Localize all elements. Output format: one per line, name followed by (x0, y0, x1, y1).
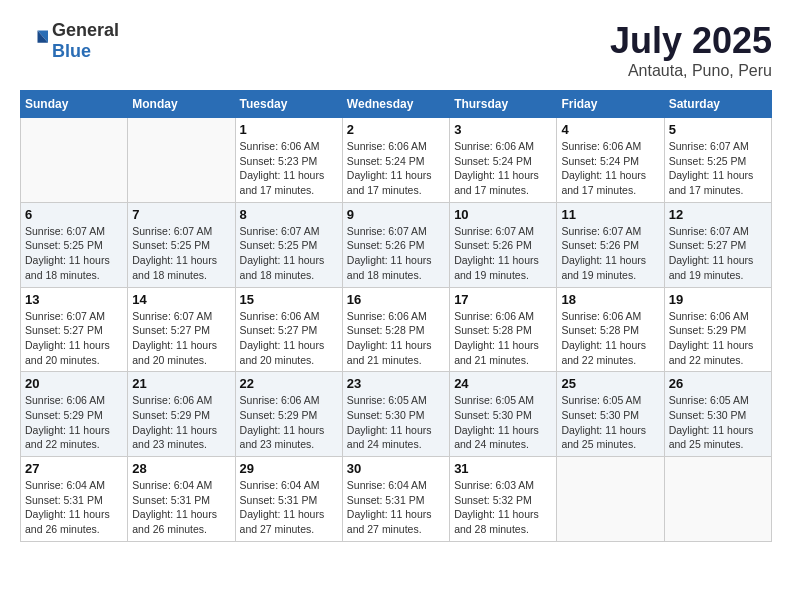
day-number: 6 (25, 207, 123, 222)
day-info: Sunrise: 6:06 AMSunset: 5:28 PMDaylight:… (347, 309, 445, 368)
day-info: Sunrise: 6:05 AMSunset: 5:30 PMDaylight:… (669, 393, 767, 452)
day-info: Sunrise: 6:07 AMSunset: 5:26 PMDaylight:… (561, 224, 659, 283)
day-info: Sunrise: 6:06 AMSunset: 5:29 PMDaylight:… (240, 393, 338, 452)
day-number: 21 (132, 376, 230, 391)
day-info: Sunrise: 6:06 AMSunset: 5:24 PMDaylight:… (347, 139, 445, 198)
day-number: 1 (240, 122, 338, 137)
day-number: 8 (240, 207, 338, 222)
calendar-day-cell: 22Sunrise: 6:06 AMSunset: 5:29 PMDayligh… (235, 372, 342, 457)
calendar-day-cell: 30Sunrise: 6:04 AMSunset: 5:31 PMDayligh… (342, 457, 449, 542)
calendar-table: SundayMondayTuesdayWednesdayThursdayFrid… (20, 90, 772, 542)
weekday-header-sunday: Sunday (21, 91, 128, 118)
day-number: 24 (454, 376, 552, 391)
calendar-day-cell: 8Sunrise: 6:07 AMSunset: 5:25 PMDaylight… (235, 202, 342, 287)
calendar-week-row: 20Sunrise: 6:06 AMSunset: 5:29 PMDayligh… (21, 372, 772, 457)
calendar-day-cell: 25Sunrise: 6:05 AMSunset: 5:30 PMDayligh… (557, 372, 664, 457)
calendar-day-cell: 23Sunrise: 6:05 AMSunset: 5:30 PMDayligh… (342, 372, 449, 457)
title-area: July 2025 Antauta, Puno, Peru (610, 20, 772, 80)
day-number: 25 (561, 376, 659, 391)
calendar-day-cell: 28Sunrise: 6:04 AMSunset: 5:31 PMDayligh… (128, 457, 235, 542)
day-info: Sunrise: 6:06 AMSunset: 5:24 PMDaylight:… (454, 139, 552, 198)
day-number: 23 (347, 376, 445, 391)
day-info: Sunrise: 6:04 AMSunset: 5:31 PMDaylight:… (25, 478, 123, 537)
day-number: 16 (347, 292, 445, 307)
calendar-day-cell: 4Sunrise: 6:06 AMSunset: 5:24 PMDaylight… (557, 118, 664, 203)
weekday-header-tuesday: Tuesday (235, 91, 342, 118)
day-number: 30 (347, 461, 445, 476)
logo-text: General Blue (52, 20, 119, 62)
calendar-day-cell: 31Sunrise: 6:03 AMSunset: 5:32 PMDayligh… (450, 457, 557, 542)
day-number: 14 (132, 292, 230, 307)
weekday-header-thursday: Thursday (450, 91, 557, 118)
weekday-header-monday: Monday (128, 91, 235, 118)
day-info: Sunrise: 6:07 AMSunset: 5:25 PMDaylight:… (669, 139, 767, 198)
day-number: 7 (132, 207, 230, 222)
day-number: 22 (240, 376, 338, 391)
calendar-day-cell: 18Sunrise: 6:06 AMSunset: 5:28 PMDayligh… (557, 287, 664, 372)
calendar-week-row: 13Sunrise: 6:07 AMSunset: 5:27 PMDayligh… (21, 287, 772, 372)
logo: General Blue (20, 20, 119, 62)
day-info: Sunrise: 6:07 AMSunset: 5:26 PMDaylight:… (347, 224, 445, 283)
day-number: 11 (561, 207, 659, 222)
logo-general: General (52, 20, 119, 40)
calendar-day-cell: 16Sunrise: 6:06 AMSunset: 5:28 PMDayligh… (342, 287, 449, 372)
calendar-day-cell (664, 457, 771, 542)
day-number: 15 (240, 292, 338, 307)
calendar-day-cell: 21Sunrise: 6:06 AMSunset: 5:29 PMDayligh… (128, 372, 235, 457)
day-info: Sunrise: 6:06 AMSunset: 5:29 PMDaylight:… (669, 309, 767, 368)
calendar-day-cell: 14Sunrise: 6:07 AMSunset: 5:27 PMDayligh… (128, 287, 235, 372)
day-info: Sunrise: 6:04 AMSunset: 5:31 PMDaylight:… (240, 478, 338, 537)
weekday-header-friday: Friday (557, 91, 664, 118)
calendar-day-cell: 29Sunrise: 6:04 AMSunset: 5:31 PMDayligh… (235, 457, 342, 542)
logo-blue: Blue (52, 41, 91, 61)
day-number: 12 (669, 207, 767, 222)
day-number: 17 (454, 292, 552, 307)
logo-icon (20, 27, 48, 55)
calendar-day-cell (557, 457, 664, 542)
day-info: Sunrise: 6:05 AMSunset: 5:30 PMDaylight:… (347, 393, 445, 452)
weekday-header-wednesday: Wednesday (342, 91, 449, 118)
calendar-day-cell: 24Sunrise: 6:05 AMSunset: 5:30 PMDayligh… (450, 372, 557, 457)
day-number: 5 (669, 122, 767, 137)
day-info: Sunrise: 6:06 AMSunset: 5:23 PMDaylight:… (240, 139, 338, 198)
location-subtitle: Antauta, Puno, Peru (610, 62, 772, 80)
day-number: 9 (347, 207, 445, 222)
day-info: Sunrise: 6:03 AMSunset: 5:32 PMDaylight:… (454, 478, 552, 537)
day-number: 19 (669, 292, 767, 307)
weekday-header-saturday: Saturday (664, 91, 771, 118)
day-number: 3 (454, 122, 552, 137)
calendar-day-cell: 13Sunrise: 6:07 AMSunset: 5:27 PMDayligh… (21, 287, 128, 372)
day-number: 27 (25, 461, 123, 476)
calendar-day-cell: 27Sunrise: 6:04 AMSunset: 5:31 PMDayligh… (21, 457, 128, 542)
day-info: Sunrise: 6:07 AMSunset: 5:26 PMDaylight:… (454, 224, 552, 283)
calendar-day-cell: 15Sunrise: 6:06 AMSunset: 5:27 PMDayligh… (235, 287, 342, 372)
calendar-week-row: 27Sunrise: 6:04 AMSunset: 5:31 PMDayligh… (21, 457, 772, 542)
calendar-day-cell: 19Sunrise: 6:06 AMSunset: 5:29 PMDayligh… (664, 287, 771, 372)
day-number: 26 (669, 376, 767, 391)
day-info: Sunrise: 6:06 AMSunset: 5:27 PMDaylight:… (240, 309, 338, 368)
day-info: Sunrise: 6:06 AMSunset: 5:28 PMDaylight:… (454, 309, 552, 368)
page-header: General Blue July 2025 Antauta, Puno, Pe… (20, 20, 772, 80)
day-info: Sunrise: 6:07 AMSunset: 5:25 PMDaylight:… (132, 224, 230, 283)
day-info: Sunrise: 6:07 AMSunset: 5:25 PMDaylight:… (25, 224, 123, 283)
day-number: 28 (132, 461, 230, 476)
calendar-day-cell: 12Sunrise: 6:07 AMSunset: 5:27 PMDayligh… (664, 202, 771, 287)
day-info: Sunrise: 6:07 AMSunset: 5:27 PMDaylight:… (669, 224, 767, 283)
calendar-day-cell: 2Sunrise: 6:06 AMSunset: 5:24 PMDaylight… (342, 118, 449, 203)
day-number: 13 (25, 292, 123, 307)
calendar-day-cell: 20Sunrise: 6:06 AMSunset: 5:29 PMDayligh… (21, 372, 128, 457)
calendar-day-cell: 5Sunrise: 6:07 AMSunset: 5:25 PMDaylight… (664, 118, 771, 203)
calendar-day-cell: 9Sunrise: 6:07 AMSunset: 5:26 PMDaylight… (342, 202, 449, 287)
calendar-day-cell: 3Sunrise: 6:06 AMSunset: 5:24 PMDaylight… (450, 118, 557, 203)
calendar-day-cell: 6Sunrise: 6:07 AMSunset: 5:25 PMDaylight… (21, 202, 128, 287)
calendar-day-cell: 17Sunrise: 6:06 AMSunset: 5:28 PMDayligh… (450, 287, 557, 372)
day-number: 10 (454, 207, 552, 222)
month-year-title: July 2025 (610, 20, 772, 62)
day-info: Sunrise: 6:06 AMSunset: 5:24 PMDaylight:… (561, 139, 659, 198)
calendar-week-row: 6Sunrise: 6:07 AMSunset: 5:25 PMDaylight… (21, 202, 772, 287)
day-info: Sunrise: 6:04 AMSunset: 5:31 PMDaylight:… (347, 478, 445, 537)
day-number: 4 (561, 122, 659, 137)
calendar-day-cell: 1Sunrise: 6:06 AMSunset: 5:23 PMDaylight… (235, 118, 342, 203)
day-info: Sunrise: 6:07 AMSunset: 5:25 PMDaylight:… (240, 224, 338, 283)
day-info: Sunrise: 6:07 AMSunset: 5:27 PMDaylight:… (132, 309, 230, 368)
